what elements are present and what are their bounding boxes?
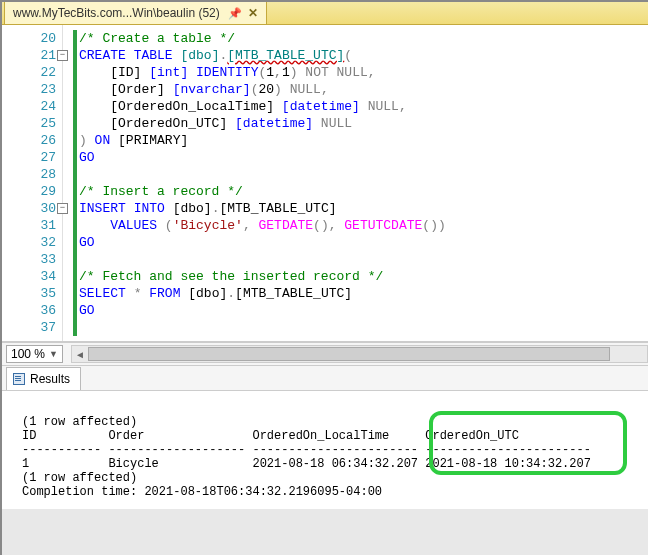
line-number: 37 <box>2 319 56 336</box>
change-marker <box>73 319 77 336</box>
change-marker <box>73 64 77 81</box>
change-marker <box>73 81 77 98</box>
line-number: 23 <box>2 81 56 98</box>
code-line[interactable]: GO <box>79 302 648 319</box>
code-line[interactable]: [OrderedOn_UTC] [datetime] NULL <box>79 115 648 132</box>
line-number: 34 <box>2 268 56 285</box>
code-line[interactable]: [ID] [int] IDENTITY(1,1) NOT NULL, <box>79 64 648 81</box>
code-line[interactable]: /* Fetch and see the inserted record */ <box>79 268 648 285</box>
line-number: 35 <box>2 285 56 302</box>
pin-icon[interactable]: 📌 <box>228 7 242 20</box>
line-number: 31 <box>2 217 56 234</box>
change-marker <box>73 183 77 200</box>
zoom-selector[interactable]: 100 % ▼ <box>6 345 63 363</box>
results-tab-label: Results <box>30 372 70 386</box>
line-number: 21− <box>2 47 56 64</box>
code-line[interactable]: [Order] [nvarchar](20) NULL, <box>79 81 648 98</box>
rows-affected: (1 row affected) <box>22 415 634 429</box>
change-marker <box>73 251 77 268</box>
line-number: 32 <box>2 234 56 251</box>
results-grid-icon <box>13 373 25 385</box>
document-tab-bar: www.MyTecBits.com...Win\beaulin (52) 📌 ✕ <box>2 2 648 25</box>
query-tab[interactable]: www.MyTecBits.com...Win\beaulin (52) 📌 ✕ <box>4 1 267 24</box>
line-number: 33 <box>2 251 56 268</box>
code-editor[interactable]: 2021−222324252627282930−31323334353637 /… <box>2 25 648 342</box>
result-row: 1 Bicycle 2021-08-18 06:34:32.207 2021-0… <box>22 457 634 471</box>
results-tab[interactable]: Results <box>6 367 81 390</box>
change-marker <box>73 268 77 285</box>
line-number: 30− <box>2 200 56 217</box>
scroll-left-arrow[interactable]: ◄ <box>72 349 88 360</box>
code-line[interactable]: SELECT * FROM [dbo].[MTB_TABLE_UTC] <box>79 285 648 302</box>
line-number: 22 <box>2 64 56 81</box>
code-line[interactable] <box>79 166 648 183</box>
code-line[interactable]: [OrderedOn_LocalTime] [datetime] NULL, <box>79 98 648 115</box>
line-number: 25 <box>2 115 56 132</box>
horizontal-scrollbar[interactable]: ◄ <box>71 345 648 363</box>
change-marker <box>73 166 77 183</box>
change-marker <box>73 132 77 149</box>
completion-time: Completion time: 2021-08-18T06:34:32.219… <box>22 485 634 499</box>
change-marker <box>73 98 77 115</box>
change-marker <box>73 217 77 234</box>
code-line[interactable]: CREATE TABLE [dbo].[MTB_TABLE_UTC]( <box>79 47 648 64</box>
close-icon[interactable]: ✕ <box>248 6 258 20</box>
line-number: 36 <box>2 302 56 319</box>
line-number-gutter: 2021−222324252627282930−31323334353637 <box>2 25 63 341</box>
editor-status-row: 100 % ▼ ◄ <box>2 342 648 366</box>
line-number: 24 <box>2 98 56 115</box>
code-line[interactable]: INSERT INTO [dbo].[MTB_TABLE_UTC] <box>79 200 648 217</box>
line-number: 27 <box>2 149 56 166</box>
change-marker <box>73 285 77 302</box>
query-tab-title: www.MyTecBits.com...Win\beaulin (52) <box>13 6 220 20</box>
rows-affected: (1 row affected) <box>22 471 634 485</box>
code-line[interactable]: GO <box>79 149 648 166</box>
code-line[interactable] <box>79 319 648 336</box>
chevron-down-icon: ▼ <box>49 346 58 362</box>
line-number: 28 <box>2 166 56 183</box>
zoom-value: 100 % <box>11 346 45 362</box>
result-separator: ----------- ------------------- --------… <box>22 443 634 457</box>
code-line[interactable] <box>79 251 648 268</box>
line-number: 26 <box>2 132 56 149</box>
code-area[interactable]: /* Create a table */CREATE TABLE [dbo].[… <box>63 25 648 341</box>
change-marker <box>73 234 77 251</box>
change-marker <box>73 149 77 166</box>
scroll-thumb[interactable] <box>88 347 610 361</box>
change-marker <box>73 115 77 132</box>
line-number: 29 <box>2 183 56 200</box>
code-line[interactable]: /* Create a table */ <box>79 30 648 47</box>
change-marker <box>73 200 77 217</box>
code-line[interactable]: GO <box>79 234 648 251</box>
code-line[interactable]: VALUES ('Bicycle', GETDATE(), GETUTCDATE… <box>79 217 648 234</box>
change-marker <box>73 302 77 319</box>
code-line[interactable]: /* Insert a record */ <box>79 183 648 200</box>
line-number: 20 <box>2 30 56 47</box>
results-pane[interactable]: (1 row affected)ID Order OrderedOn_Local… <box>2 391 648 509</box>
change-marker <box>73 47 77 64</box>
code-line[interactable]: ) ON [PRIMARY] <box>79 132 648 149</box>
results-tab-bar: Results <box>2 366 648 391</box>
result-header: ID Order OrderedOn_LocalTime OrderedOn_U… <box>22 429 634 443</box>
change-marker <box>73 30 77 47</box>
